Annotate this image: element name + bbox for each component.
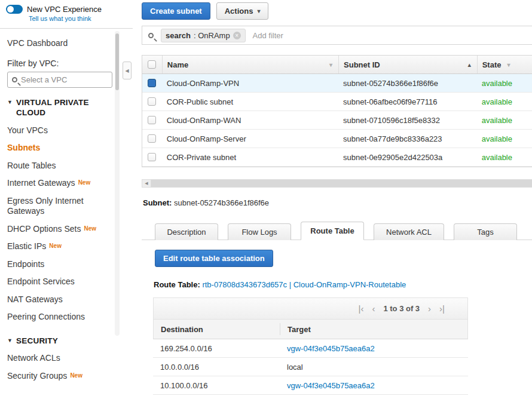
route-table-line: Route Table: rtb-07808d343673d657c | Clo… <box>154 280 532 289</box>
tab-description[interactable]: Description <box>155 223 218 240</box>
sidebar-item-security-groups[interactable]: Security GroupsNew <box>7 367 110 385</box>
sidebar-item-dhcp-options-sets[interactable]: DHCP Options SetsNew <box>7 220 110 238</box>
sidebar-item-egress-only-internet-gateways[interactable]: Egress Only Internet Gateways <box>7 192 108 220</box>
vpc-experience-block: New VPC Experience Tell us what you thin… <box>0 0 133 29</box>
filter-by-vpc-label: Filter by VPC: <box>7 59 110 68</box>
route-table-link[interactable]: rtb-07808d343673d657c | Cloud-OnRamp-VPN… <box>202 280 406 289</box>
collapse-left-icon: ◀ <box>125 68 129 73</box>
row-checkbox[interactable] <box>142 148 162 166</box>
subnet-name: Cloud-OnRamp-Server <box>162 134 338 143</box>
tab-tags[interactable]: Tags <box>454 223 517 240</box>
detail-tabs: Description Flow Logs Route Table Networ… <box>142 222 532 240</box>
select-all-checkbox[interactable] <box>142 56 162 73</box>
feedback-link[interactable]: Tell us what you think <box>29 15 133 22</box>
column-header-name[interactable]: Name ▾ <box>162 56 338 73</box>
subnet-state: available <box>477 153 532 162</box>
edit-route-table-association-button[interactable]: Edit route table association <box>155 250 273 267</box>
row-checkbox[interactable] <box>142 111 162 129</box>
sidebar-item-elastic-ips[interactable]: Elastic IPsNew <box>7 238 110 256</box>
last-page-icon[interactable]: ›| <box>439 304 445 313</box>
remove-filter-icon[interactable]: × <box>233 32 241 39</box>
new-experience-toggle[interactable] <box>6 5 23 14</box>
routes-pagination: |‹ ‹ 1 to 3 of 3 › ›| <box>153 297 468 319</box>
sidebar-item-network-acls[interactable]: Network ACLs <box>7 349 110 367</box>
table-row[interactable]: Cloud-OnRamp-WAN subnet-0710596c18f5e833… <box>142 111 532 130</box>
subnet-id: subnet-0710596c18f5e8332 <box>338 116 477 125</box>
subnet-id: subnet-06afbec06f9e77116 <box>338 97 477 106</box>
sidebar-item-subnets[interactable]: Subnets <box>7 139 110 157</box>
next-page-icon[interactable]: › <box>428 304 431 313</box>
column-header-destination[interactable]: Destination <box>154 325 280 334</box>
selected-subnet-line: Subnet: subnet-05274b366e1f86f6e <box>143 198 532 207</box>
column-header-subnet-id[interactable]: Subnet ID ▴ <box>338 56 477 73</box>
sort-icon: ▾ <box>329 62 334 68</box>
table-row[interactable]: Cloud-OnRamp-Server subnet-0a77de9bc8336… <box>142 130 532 148</box>
new-badge: New <box>78 179 91 186</box>
sidebar-item-internet-gateways[interactable]: Internet GatewaysNew <box>7 174 110 192</box>
select-vpc-placeholder: Select a VPC <box>21 75 67 84</box>
horizontal-scrollbar-thumb[interactable] <box>151 180 532 187</box>
subnet-state: available <box>477 97 532 106</box>
sidebar-scrollbar[interactable] <box>115 31 120 336</box>
route-destination: 169.254.0.0/16 <box>153 344 279 353</box>
sidebar-collapse-handle[interactable]: ◀ <box>123 62 132 79</box>
new-badge: New <box>70 372 82 379</box>
sidebar-scrollbar-thumb[interactable] <box>115 33 119 90</box>
subnet-id: subnet-05274b366e1f86f6e <box>338 79 477 88</box>
row-checkbox[interactable] <box>142 74 162 92</box>
table-row[interactable]: COR-Private subnet subnet-0e92905e2d4225… <box>142 148 532 167</box>
sidebar-item-endpoint-services[interactable]: Endpoint Services <box>7 273 110 291</box>
subnet-id: subnet-0a77de9bc8336a223 <box>338 134 477 143</box>
subnet-name: Cloud-OnRamp-VPN <box>162 79 338 88</box>
route-row: 10.100.0.0/16 vgw-04f3e045b75aea6a2 <box>153 376 468 395</box>
route-target: local <box>279 363 468 372</box>
sort-icon: ▾ <box>507 62 511 68</box>
filter-tag: search : OnRAmp × <box>161 29 246 42</box>
section-virtual-private-cloud[interactable]: ▼ VIRTUAL PRIVATE CLOUD <box>7 97 110 118</box>
tab-network-acl[interactable]: Network ACL <box>374 223 444 240</box>
section-security[interactable]: ▼ SECURITY <box>7 336 110 346</box>
sidebar-item-vpc-dashboard[interactable]: VPC Dashboard <box>7 35 110 53</box>
table-row[interactable]: COR-Public subnet subnet-06afbec06f9e771… <box>142 93 532 111</box>
actions-button[interactable]: Actions ▾ <box>216 2 269 20</box>
column-header-target[interactable]: Target <box>280 323 467 335</box>
chevron-down-icon: ▾ <box>257 8 260 14</box>
filter-tag-value: : OnRAmp <box>194 31 230 40</box>
chevron-down-icon: ▼ <box>7 97 13 118</box>
subnet-value: subnet-05274b366e1f86f6e <box>174 198 269 207</box>
route-target-link[interactable]: vgw-04f3e045b75aea6a2 <box>279 344 468 353</box>
subnets-table: Name ▾ Subnet ID ▴ State ▾ Cloud-OnRamp-… <box>142 55 532 167</box>
sidebar: New VPC Experience Tell us what you thin… <box>0 0 133 405</box>
routes-table-header: Destination Target <box>153 319 468 339</box>
routes-panel: |‹ ‹ 1 to 3 of 3 › ›| Destination Target… <box>153 297 468 395</box>
row-checkbox[interactable] <box>142 93 162 111</box>
tab-flow-logs[interactable]: Flow Logs <box>228 223 291 240</box>
route-target-link[interactable]: vgw-04f3e045b75aea6a2 <box>279 381 468 390</box>
subnet-id: subnet-0e92905e2d422503a <box>338 153 477 162</box>
tab-route-table[interactable]: Route Table <box>301 222 364 240</box>
search-filter-bar[interactable]: search : OnRAmp × Add filter <box>142 26 532 45</box>
add-filter-placeholder[interactable]: Add filter <box>253 31 283 40</box>
chevron-down-icon: ▼ <box>7 336 13 346</box>
sidebar-item-nat-gateways[interactable]: NAT Gateways <box>7 291 110 309</box>
first-page-icon[interactable]: |‹ <box>359 304 364 313</box>
pagination-text: 1 to 3 of 3 <box>383 304 420 313</box>
filter-tag-key: search <box>166 31 191 40</box>
column-header-state[interactable]: State ▾ <box>477 56 532 73</box>
horizontal-scrollbar[interactable]: ◀ <box>142 179 532 188</box>
main-content: Create subnet Actions ▾ search : OnRAmp … <box>142 0 532 395</box>
search-icon <box>148 33 154 38</box>
table-row[interactable]: Cloud-OnRamp-VPN subnet-05274b366e1f86f6… <box>142 74 532 93</box>
row-checkbox[interactable] <box>142 130 162 148</box>
sidebar-item-route-tables[interactable]: Route Tables <box>7 157 110 175</box>
sidebar-item-peering-connections[interactable]: Peering Connections <box>7 308 110 326</box>
select-vpc-input[interactable]: Select a VPC <box>7 72 112 88</box>
sidebar-item-endpoints[interactable]: Endpoints <box>7 256 110 274</box>
new-badge: New <box>84 225 96 232</box>
scroll-left-icon[interactable]: ◀ <box>142 180 151 187</box>
route-destination: 10.100.0.0/16 <box>153 381 279 390</box>
create-subnet-button[interactable]: Create subnet <box>142 2 210 20</box>
prev-page-icon[interactable]: ‹ <box>372 304 375 313</box>
sidebar-item-your-vpcs[interactable]: Your VPCs <box>7 122 110 140</box>
route-table-label: Route Table: <box>154 280 200 289</box>
